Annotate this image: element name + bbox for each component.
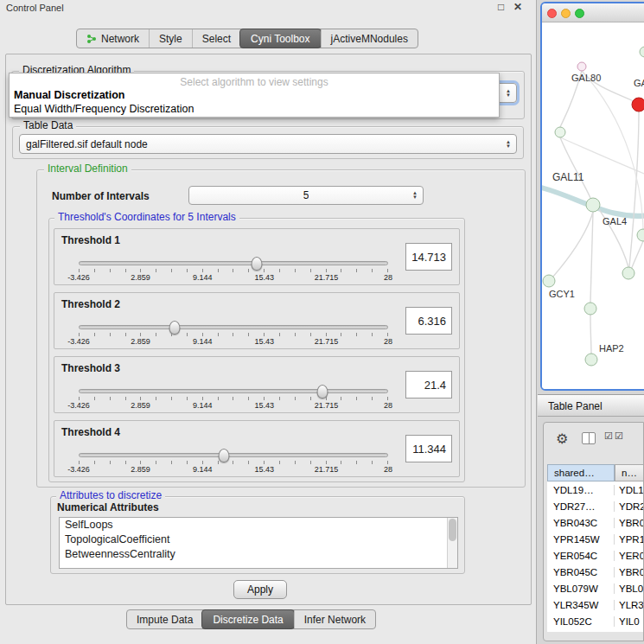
tick-label: 21.715 <box>315 401 339 410</box>
close-traffic-light[interactable] <box>547 9 557 18</box>
tab-network[interactable]: Network <box>77 29 149 48</box>
list-item[interactable]: TopologicalCoefficient <box>60 532 457 547</box>
tab-select[interactable]: Select <box>192 29 240 48</box>
cell: YIL0 <box>615 616 644 627</box>
arrow-down-icon: ▼ <box>506 93 511 98</box>
network-node[interactable] <box>622 267 634 279</box>
zoom-traffic-light[interactable] <box>575 9 584 18</box>
tab-jactivemnodules[interactable]: jActiveMNodules <box>321 29 418 48</box>
dropdown-option-equal-width[interactable]: Equal Width/Frequency Discretization <box>14 103 194 115</box>
network-canvas[interactable]: GAL80 GA GAL11 GAL4 GCY1 HAP2 <box>542 22 644 389</box>
cell: YPR145W <box>547 534 615 545</box>
tick-label: 21.715 <box>315 273 339 282</box>
tab-label: Discretize Data <box>213 614 283 626</box>
tick-label: -3.426 <box>67 337 90 346</box>
table-row[interactable]: YBL079W YBL0 <box>547 580 644 596</box>
column-header-name[interactable]: n… <box>615 464 644 481</box>
close-icon[interactable]: ✕ <box>513 1 522 13</box>
cell: YBR0 <box>615 567 644 577</box>
threshold-value-field[interactable]: 14.713 <box>405 243 452 271</box>
select-checkbox-icon[interactable]: ☑ <box>604 430 613 442</box>
table-row[interactable]: YDL19… YDL1 <box>547 481 644 498</box>
tick-label: 2.859 <box>131 401 150 410</box>
num-intervals-value: 5 <box>303 189 309 201</box>
threshold-value-field[interactable]: 11.344 <box>405 435 452 462</box>
tick-label: 2.859 <box>131 465 150 474</box>
network-node[interactable] <box>640 47 644 57</box>
slider-tick-labels: -3.426 2.859 9.144 15.43 21.715 28 <box>79 273 388 283</box>
table-data-value: galFiltered.sif default node <box>26 138 148 150</box>
threshold-value-field[interactable]: 21.4 <box>405 371 452 399</box>
bottom-tab-bar: Impute Data Discretize Data Infer Networ… <box>126 609 376 629</box>
tab-label: Infer Network <box>304 614 366 626</box>
table-row[interactable]: YIL052C YIL0 <box>547 613 644 629</box>
tick-label: 15.43 <box>255 273 275 282</box>
control-panel-window: Control Panel □ ✕ Network Style Select C… <box>0 0 537 644</box>
tab-impute-data[interactable]: Impute Data <box>127 610 202 628</box>
apply-button[interactable]: Apply <box>233 580 287 599</box>
cell: YDR2 <box>615 501 644 512</box>
table-panel-header[interactable]: Table Panel <box>538 394 644 417</box>
interval-definition-title: Interval Definition <box>44 163 131 175</box>
network-node[interactable] <box>555 127 565 137</box>
threshold-slider[interactable] <box>79 261 388 265</box>
column-header-shared-name[interactable]: shared… <box>547 464 615 481</box>
list-scrollbar[interactable] <box>447 518 457 568</box>
tab-discretize-data[interactable]: Discretize Data <box>201 609 294 629</box>
tick-label: 15.43 <box>255 401 275 410</box>
minimize-icon[interactable]: □ <box>498 1 504 13</box>
network-window-titlebar[interactable] <box>542 3 644 22</box>
network-node[interactable] <box>637 229 644 241</box>
threshold-value-field[interactable]: 6.316 <box>405 307 452 335</box>
network-node[interactable] <box>584 303 596 315</box>
attributes-list[interactable]: SelfLoops TopologicalCoefficient Between… <box>59 517 458 569</box>
table-data-combobox[interactable]: galFiltered.sif default node ▲ ▼ <box>19 134 517 154</box>
list-item[interactable]: SelfLoops <box>60 518 457 532</box>
threshold-panel-1: Threshold 1 -3.426 2.859 9.144 15.43 21.… <box>54 228 460 285</box>
table-row[interactable]: YBR043C YBR0 <box>547 514 644 531</box>
list-item[interactable]: BetweennessCentrality <box>60 547 457 562</box>
tab-infer-network[interactable]: Infer Network <box>294 610 375 628</box>
cell: YDL19… <box>547 485 615 495</box>
cell: YBR045C <box>547 567 615 577</box>
titlebar[interactable]: Control Panel □ ✕ <box>0 0 536 16</box>
table-row[interactable]: YLR345W YLR3 <box>547 596 644 613</box>
cell: YBR043C <box>547 518 615 528</box>
tick-label: 21.715 <box>315 337 339 346</box>
node-label-clipped: GA <box>634 78 644 88</box>
cell: YPR1 <box>615 534 644 545</box>
num-intervals-combobox[interactable]: 5 ▲ ▼ <box>188 186 424 205</box>
network-node[interactable] <box>585 354 597 366</box>
dropdown-hint: Select algorithm to view settings <box>10 76 499 88</box>
node-label-gcy1: GCY1 <box>549 289 575 299</box>
network-node[interactable] <box>577 62 586 71</box>
network-node-selected[interactable] <box>632 98 644 112</box>
network-node[interactable] <box>586 198 600 212</box>
columns-icon[interactable] <box>582 432 596 444</box>
tab-label: Network <box>101 33 139 45</box>
stepper-icon: ▲ ▼ <box>506 140 511 149</box>
network-view-window[interactable]: GAL80 GA GAL11 GAL4 GCY1 HAP2 <box>540 2 644 391</box>
table-toolbar: ⚙ ☑ ☑ <box>544 423 643 462</box>
threshold-label: Threshold 3 <box>61 362 120 374</box>
tab-cyni-toolbox[interactable]: Cyni Toolbox <box>239 29 321 48</box>
table-row[interactable]: YBR045C YBR0 <box>547 564 644 580</box>
table-row[interactable]: YDR27… YDR2 <box>547 498 644 514</box>
select-all-checkbox-icon[interactable]: ☑ <box>615 430 623 442</box>
dropdown-option-manual[interactable]: Manual Discretization <box>14 89 125 101</box>
tick-label: 9.144 <box>193 465 213 474</box>
gear-icon[interactable]: ⚙ <box>556 430 568 447</box>
threshold-slider[interactable] <box>79 389 388 393</box>
table-row[interactable]: YPR145W YPR1 <box>547 531 644 547</box>
thresholds-group-title: Threshold's Coordinates for 5 Intervals <box>54 211 239 223</box>
table-row[interactable]: YER054C YER0 <box>547 547 644 564</box>
threshold-slider[interactable] <box>79 453 388 457</box>
minimize-traffic-light[interactable] <box>561 9 571 18</box>
tab-style[interactable]: Style <box>149 29 192 48</box>
network-node[interactable] <box>543 275 555 287</box>
scrollbar-thumb[interactable] <box>449 519 456 541</box>
cell: YLR345W <box>547 600 615 610</box>
threshold-slider[interactable] <box>79 325 388 329</box>
tick-label: -3.426 <box>67 465 90 474</box>
tick-label: 28 <box>384 273 392 282</box>
